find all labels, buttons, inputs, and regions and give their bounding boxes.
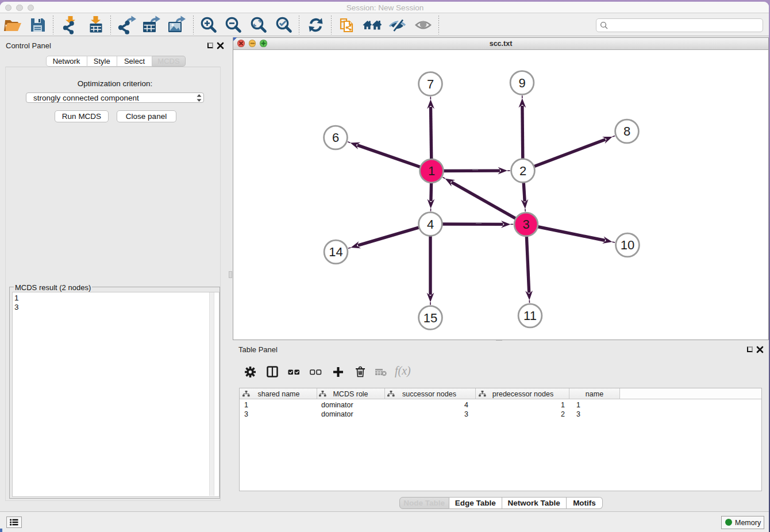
svg-text:3: 3 [522,217,529,232]
svg-text:10: 10 [621,238,634,252]
svg-text:8: 8 [623,124,630,138]
svg-text:2: 2 [519,164,526,178]
svg-text:15: 15 [424,311,437,325]
svg-text:11: 11 [523,309,537,323]
svg-text:1: 1 [428,164,435,178]
svg-text:4: 4 [427,217,434,232]
svg-text:6: 6 [332,130,339,145]
svg-text:7: 7 [427,77,434,91]
svg-text:9: 9 [518,76,525,90]
svg-text:14: 14 [329,245,342,259]
